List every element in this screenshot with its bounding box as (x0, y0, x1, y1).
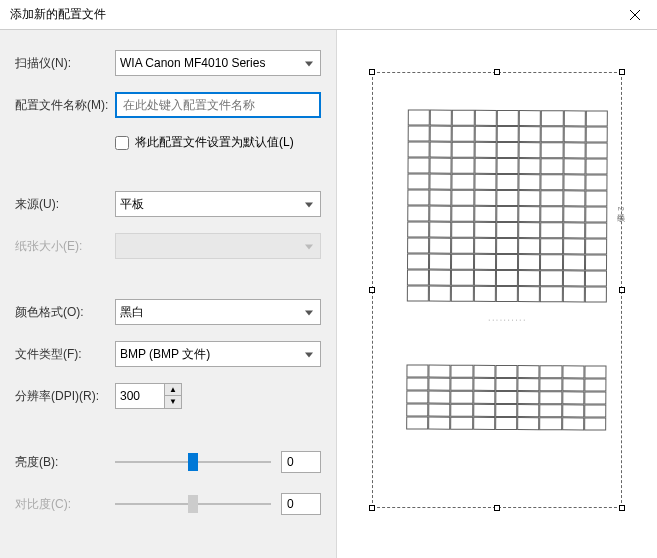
paper-size-select (115, 233, 321, 259)
preview-grid (406, 364, 606, 430)
color-format-select[interactable]: 黑白 (115, 299, 321, 325)
preview-panel: 手续2 · · · · · · · · · · (337, 30, 657, 558)
close-icon (630, 10, 640, 20)
crop-handle[interactable] (369, 287, 375, 293)
contrast-value: 0 (281, 493, 321, 515)
source-label: 来源(U): (15, 196, 115, 213)
scanner-select[interactable]: WIA Canon MF4010 Series (115, 50, 321, 76)
profile-name-label: 配置文件名称(M): (15, 97, 115, 114)
crop-handle[interactable] (369, 69, 375, 75)
crop-handle[interactable] (619, 69, 625, 75)
crop-handle[interactable] (369, 505, 375, 511)
contrast-slider (115, 494, 271, 514)
crop-handle[interactable] (494, 505, 500, 511)
paper-size-label: 纸张大小(E): (15, 238, 115, 255)
set-default-checkbox[interactable] (115, 136, 129, 150)
settings-panel: 扫描仪(N): WIA Canon MF4010 Series 配置文件名称(M… (0, 30, 337, 558)
window-title: 添加新的配置文件 (10, 6, 612, 23)
preview-caption: · · · · · · · · · · (407, 315, 607, 323)
title-bar: 添加新的配置文件 (0, 0, 657, 30)
profile-name-input[interactable] (115, 92, 321, 118)
file-type-select[interactable]: BMP (BMP 文件) (115, 341, 321, 367)
dpi-label: 分辨率(DPI)(R): (15, 388, 115, 405)
crop-handle[interactable] (619, 505, 625, 511)
dpi-input[interactable] (115, 383, 165, 409)
preview-document: 手续2 · · · · · · · · · · (406, 109, 608, 430)
file-type-label: 文件类型(F): (15, 346, 115, 363)
dpi-up-button[interactable]: ▲ (165, 384, 181, 396)
set-default-label: 将此配置文件设置为默认值(L) (135, 134, 294, 151)
dialog-content: 扫描仪(N): WIA Canon MF4010 Series 配置文件名称(M… (0, 30, 657, 558)
scanner-label: 扫描仪(N): (15, 55, 115, 72)
brightness-value: 0 (281, 451, 321, 473)
source-select[interactable]: 平板 (115, 191, 321, 217)
crop-handle[interactable] (619, 287, 625, 293)
brightness-slider[interactable] (115, 452, 271, 472)
preview-grid (407, 109, 608, 302)
crop-handle[interactable] (494, 69, 500, 75)
brightness-label: 亮度(B): (15, 454, 115, 471)
preview-side-text: 手续2 (614, 207, 625, 212)
contrast-label: 对比度(C): (15, 496, 115, 513)
close-button[interactable] (612, 0, 657, 30)
color-format-label: 颜色格式(O): (15, 304, 115, 321)
dpi-down-button[interactable]: ▼ (165, 396, 181, 408)
